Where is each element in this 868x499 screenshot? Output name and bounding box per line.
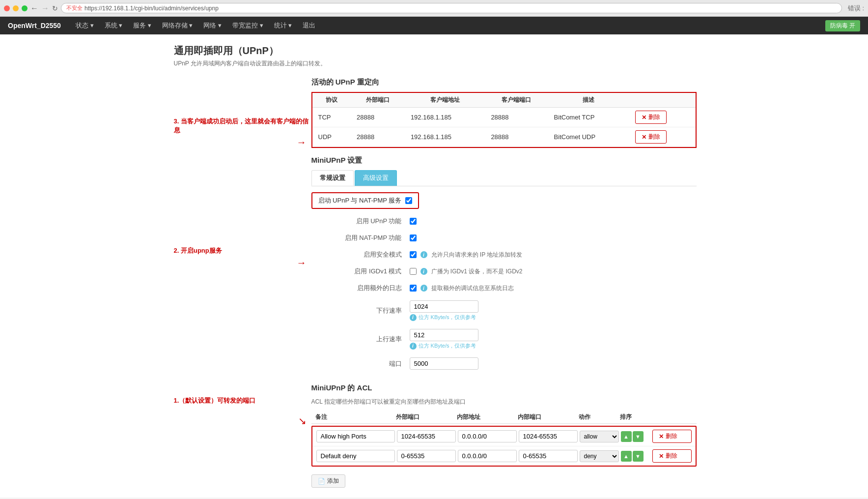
nav-network[interactable]: 网络 ▾ [198, 19, 226, 32]
upnp-redirect-title: 活动的 UPnP 重定向 [311, 78, 697, 87]
enable-upnp-label: 启用 UPnP 功能 [311, 217, 410, 226]
igdv1-hint-icon: i [420, 268, 427, 275]
nav-storage[interactable]: 网络存储 ▾ [157, 19, 198, 32]
upload-speed-input[interactable] [410, 329, 478, 341]
ext-log-row: 启用额外的日志 i 提取额外的调试信息至系统日志 [311, 282, 697, 294]
acl-row1-int-addr[interactable] [458, 430, 517, 442]
port-input[interactable] [410, 357, 478, 370]
row2-client-port: 28888 [485, 127, 548, 147]
page-wrapper: ← → ↻ 不安全 https://192.168.1.1/cgi-bin/lu… [0, 0, 868, 498]
add-icon: 📄 [318, 478, 325, 485]
acl-row2-ext-port[interactable] [397, 450, 456, 462]
acl-table-wrapper: allow deny ▲ ▼ ✕ 删除 [311, 426, 697, 467]
enable-upnp-checkbox[interactable] [410, 218, 417, 225]
acl-row1-ext-port[interactable] [397, 430, 456, 442]
acl-row2-delete-label: 删除 [666, 452, 677, 460]
row2-client-addr: 192.168.1.185 [405, 127, 485, 147]
delete-icon-acl2: ✕ [659, 453, 664, 460]
acl-row1-down-btn[interactable]: ▼ [633, 431, 644, 442]
acl-row2-action[interactable]: allow deny [580, 450, 619, 462]
tab-normal[interactable]: 常规设置 [311, 170, 354, 186]
enable-natpmp-checkbox[interactable] [410, 235, 417, 241]
ext-log-hint-icon: i [420, 285, 427, 292]
left-annotations-col: 3. 当客户端成功启动后，这里就会有客户端的信息 → 2. 开启upnp服务 →… [174, 78, 311, 488]
browser-maximize-btn[interactable] [22, 5, 28, 11]
acl-row2-delete-btn[interactable]: ✕ 删除 [652, 449, 692, 463]
annotation-2-block: 2. 开启upnp服务 → [174, 246, 311, 268]
col-desc: 描述 [548, 93, 630, 108]
start-service-checkbox[interactable] [405, 197, 412, 204]
add-acl-label: 添加 [327, 477, 339, 485]
secure-mode-controls: i 允许只向请求来的 IP 地址添加转发 [410, 251, 523, 259]
acl-row1-action[interactable]: allow deny [580, 431, 619, 442]
acl-row2-up-btn[interactable]: ▲ [621, 451, 632, 462]
acl-row2-int-addr[interactable] [458, 450, 517, 462]
download-speed-hint: i 位方 KByte/s，仅供参考 [410, 314, 478, 321]
antivirus-btn[interactable]: 防病毒 开 [825, 20, 860, 31]
nav-bandwidth[interactable]: 带宽监控 ▾ [227, 19, 268, 32]
secure-mode-hint-icon: i [420, 251, 427, 258]
upload-speed-hint: i 位方 KByte/s，仅供参考 [410, 342, 478, 350]
enable-natpmp-label: 启用 NAT-PMP 功能 [311, 234, 410, 242]
upnp-redirect-table-wrapper: 协议 外部端口 客户端地址 客户端端口 描述 TCP 2888 [311, 92, 697, 148]
acl-row1-comment[interactable] [316, 430, 395, 442]
acl-row1-delete-btn[interactable]: ✕ 删除 [652, 430, 692, 443]
site-title: OpenWrt_D2550 [8, 22, 61, 29]
nav-logout[interactable]: 退出 [298, 19, 320, 32]
upload-speed-row: 上行速率 i 位方 KByte/s，仅供参考 [311, 327, 697, 352]
row1-ext-port: 28888 [351, 108, 405, 127]
ext-log-hint: 提取额外的调试信息至系统日志 [431, 284, 514, 293]
acl-row1-up-btn[interactable]: ▲ [621, 431, 632, 442]
browser-close-btn[interactable] [4, 5, 10, 11]
ext-log-checkbox[interactable] [410, 285, 417, 292]
topbar: OpenWrt_D2550 状态 ▾ 系统 ▾ 服务 ▾ 网络存储 ▾ 网络 ▾… [0, 17, 868, 34]
add-acl-btn[interactable]: 📄 添加 [311, 474, 345, 488]
tab-advanced[interactable]: 高级设置 [355, 170, 397, 186]
forward-btn[interactable]: → [41, 4, 49, 13]
nav-status[interactable]: 状态 ▾ [71, 19, 99, 32]
content-area: 通用即插即用（UPnP） UPnP 允许局域网内客户端自动设置路由器上的端口转发… [164, 34, 704, 498]
start-service-label: 启动 UPnP 与 NAT-PMP 服务 [318, 196, 402, 205]
nav-system[interactable]: 系统 ▾ [100, 19, 128, 32]
acl-row2-comment[interactable] [316, 450, 395, 462]
acl-row2-sort: ▲ ▼ [621, 451, 650, 462]
url-warning: 不安全 [66, 4, 83, 12]
row1-protocol: TCP [312, 108, 351, 127]
nav-services[interactable]: 服务 ▾ [128, 19, 156, 32]
browser-minimize-btn[interactable] [13, 5, 19, 11]
right-content-col: 活动的 UPnP 重定向 协议 外部端口 客户端地址 客户端端口 描述 [311, 78, 697, 488]
back-btn[interactable]: ← [30, 4, 38, 13]
secure-mode-checkbox[interactable] [410, 251, 417, 258]
row2-desc: BitComet UDP [548, 127, 630, 147]
acl-row-1: allow deny ▲ ▼ ✕ 删除 [312, 427, 696, 446]
minupnp-settings-title: MiniUPnP 设置 [311, 156, 697, 165]
acl-row1-int-port[interactable] [519, 430, 578, 442]
enable-upnp-row: 启用 UPnP 功能 [311, 215, 697, 228]
delete-icon-2: ✕ [642, 134, 646, 141]
igdv1-label: 启用 IGDv1 模式 [311, 267, 410, 276]
row2-delete-btn[interactable]: ✕ 删除 [635, 130, 667, 144]
igdv1-checkbox[interactable] [410, 268, 417, 275]
row1-desc: BitComet TCP [548, 108, 630, 127]
download-speed-row: 下行速率 i 位方 KByte/s，仅供参考 [311, 298, 697, 323]
browser-bar: ← → ↻ 不安全 https://192.168.1.1/cgi-bin/lu… [0, 0, 868, 17]
annotation-1-text: 1.（默认设置）可转发的端口 [174, 396, 311, 405]
acl-row2-int-port[interactable] [519, 450, 578, 462]
nav-stats[interactable]: 统计 ▾ [269, 19, 297, 32]
acl-row-2: allow deny ▲ ▼ ✕ 删除 [312, 446, 696, 466]
acl-col-comment: 备注 [315, 413, 394, 421]
ext-log-label: 启用额外的日志 [311, 284, 410, 293]
row1-delete-btn[interactable]: ✕ 删除 [635, 111, 667, 124]
error-label: 错误 : [848, 4, 864, 13]
url-bar: 不安全 https://192.168.1.1/cgi-bin/luci/adm… [61, 3, 842, 13]
acl-header: 备注 外部端口 内部地址 内部端口 动作 排序 [311, 411, 697, 424]
row2-delete-label: 删除 [648, 133, 660, 141]
download-speed-input[interactable] [410, 300, 478, 313]
acl-title: MiniUPnP 的 ACL [311, 383, 697, 393]
download-speed-label: 下行速率 [311, 306, 410, 315]
acl-row2-down-btn[interactable]: ▼ [633, 451, 644, 462]
port-label: 端口 [311, 359, 410, 368]
two-col-layout: 3. 当客户端成功启动后，这里就会有客户端的信息 → 2. 开启upnp服务 →… [174, 78, 685, 488]
acl-col-sort: 排序 [620, 413, 649, 421]
refresh-btn[interactable]: ↻ [52, 4, 58, 12]
